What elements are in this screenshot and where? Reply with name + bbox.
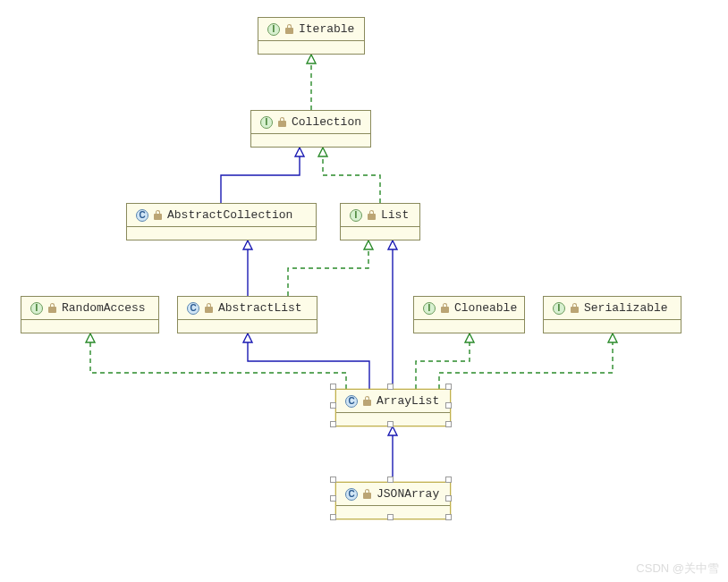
lock-icon xyxy=(205,303,213,313)
class-name: Collection xyxy=(292,115,361,129)
lock-icon xyxy=(48,303,56,313)
selection-handle[interactable] xyxy=(387,477,394,483)
class-header: CAbstractList xyxy=(178,297,317,320)
class-name: RandomAccess xyxy=(62,301,146,315)
implements-arrowhead-icon xyxy=(86,333,95,342)
interface-icon: I xyxy=(423,302,436,315)
selection-handle[interactable] xyxy=(445,421,452,427)
extends-arrowhead-icon xyxy=(388,426,397,435)
extends-arrow xyxy=(248,333,369,389)
implements-arrowhead-icon xyxy=(608,333,617,342)
class-name: Cloneable xyxy=(454,301,517,315)
class-name: AbstractCollection xyxy=(167,208,292,222)
class-name: JSONArray xyxy=(377,487,439,501)
class-icon: C xyxy=(187,302,199,315)
class-icon: C xyxy=(345,488,358,501)
selection-handle[interactable] xyxy=(445,384,452,390)
selection-handle[interactable] xyxy=(330,495,336,502)
class-body xyxy=(544,320,681,333)
implements-arrowhead-icon xyxy=(318,148,327,156)
selection-handle[interactable] xyxy=(387,514,394,520)
extends-arrowhead-icon xyxy=(388,240,397,249)
lock-icon xyxy=(441,303,449,313)
lock-icon xyxy=(154,210,162,220)
lock-icon xyxy=(278,117,286,127)
class-name: AbstractList xyxy=(218,301,302,315)
selection-handle[interactable] xyxy=(445,477,452,483)
class-header: ISerializable xyxy=(544,297,681,320)
lock-icon xyxy=(285,24,293,34)
class-body xyxy=(127,227,316,240)
class-icon: C xyxy=(136,209,148,222)
interface-icon: I xyxy=(267,23,280,36)
selection-handle[interactable] xyxy=(445,402,452,409)
class-box-serializable[interactable]: ISerializable xyxy=(543,296,681,333)
class-name: Serializable xyxy=(584,301,668,315)
class-body xyxy=(251,134,370,147)
class-box-iterable[interactable]: IIterable xyxy=(258,17,365,55)
class-box-list[interactable]: IList xyxy=(340,203,420,240)
watermark: CSDN @关中雪 xyxy=(636,561,719,577)
selection-handle[interactable] xyxy=(387,421,394,427)
class-box-abstractlist[interactable]: CAbstractList xyxy=(177,296,317,333)
class-name: ArrayList xyxy=(377,394,439,408)
selection-handle[interactable] xyxy=(330,477,336,483)
class-header: CArrayList xyxy=(336,390,450,413)
class-box-abstractcollection[interactable]: CAbstractCollection xyxy=(126,203,317,240)
implements-arrowhead-icon xyxy=(465,333,474,342)
implements-arrowhead-icon xyxy=(307,55,316,63)
interface-icon: I xyxy=(260,116,273,129)
class-header: CAbstractCollection xyxy=(127,204,316,227)
interface-icon: I xyxy=(553,302,565,315)
extends-arrowhead-icon xyxy=(243,240,252,249)
class-name: Iterable xyxy=(299,22,354,36)
class-box-randomaccess[interactable]: IRandomAccess xyxy=(21,296,159,333)
class-box-cloneable[interactable]: ICloneable xyxy=(413,296,525,333)
selection-handle[interactable] xyxy=(330,384,336,390)
class-body xyxy=(21,320,158,333)
implements-arrow xyxy=(323,148,380,203)
extends-arrowhead-icon xyxy=(243,333,252,342)
lock-icon xyxy=(363,489,371,499)
lock-icon xyxy=(368,210,376,220)
class-body xyxy=(341,227,419,240)
selection-handle[interactable] xyxy=(445,495,452,502)
class-header: ICollection xyxy=(251,111,370,134)
selection-handle[interactable] xyxy=(387,384,394,390)
implements-arrow xyxy=(288,240,368,296)
implements-arrowhead-icon xyxy=(364,240,373,249)
class-body xyxy=(414,320,524,333)
class-header: CJSONArray xyxy=(336,483,450,506)
selection-handle[interactable] xyxy=(330,514,336,520)
class-name: List xyxy=(381,208,409,222)
interface-icon: I xyxy=(350,209,362,222)
lock-icon xyxy=(571,303,579,313)
selection-handle[interactable] xyxy=(330,421,336,427)
class-header: ICloneable xyxy=(414,297,524,320)
interface-icon: I xyxy=(30,302,43,315)
class-box-collection[interactable]: ICollection xyxy=(250,110,371,148)
class-header: IIterable xyxy=(258,18,364,41)
class-body xyxy=(178,320,317,333)
implements-arrow xyxy=(90,333,346,389)
selection-handle[interactable] xyxy=(330,402,336,409)
selection-handle[interactable] xyxy=(445,514,452,520)
implements-arrow xyxy=(416,333,470,389)
class-header: IList xyxy=(341,204,419,227)
lock-icon xyxy=(363,396,371,406)
class-body xyxy=(258,41,364,54)
extends-arrow xyxy=(221,148,300,203)
class-icon: C xyxy=(345,395,358,408)
class-header: IRandomAccess xyxy=(21,297,158,320)
extends-arrowhead-icon xyxy=(295,148,304,156)
implements-arrow xyxy=(439,333,613,389)
